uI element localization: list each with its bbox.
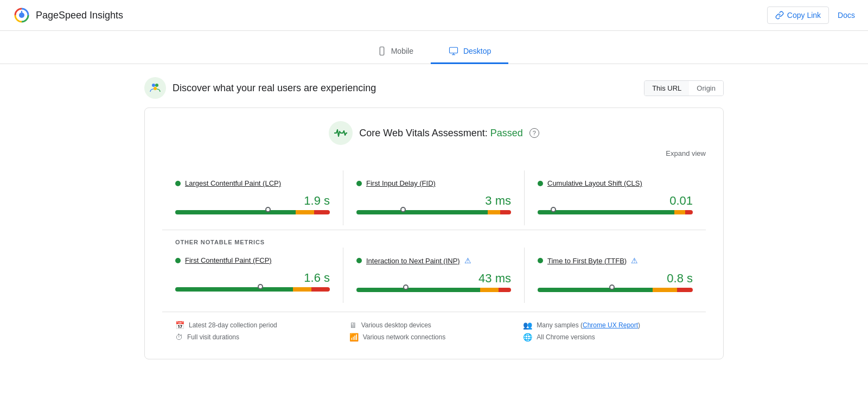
bar-marker-fcp	[258, 284, 263, 289]
mobile-icon	[377, 46, 387, 56]
cwv-info-icon[interactable]: ?	[529, 128, 539, 138]
tab-desktop-label: Desktop	[463, 47, 491, 55]
metric-dot-inp	[356, 258, 362, 263]
metric-cell-cls: Cumulative Layout Shift (CLS) 0.01	[525, 170, 706, 225]
cwv-header: Core Web Vitals Assessment: Passed ?	[162, 121, 706, 145]
footer-network-text: Various network connections	[363, 333, 446, 341]
metric-bar-fcp	[175, 287, 330, 292]
metric-bar-ttfb	[538, 288, 693, 292]
bar-marker-inp	[403, 284, 409, 290]
section-title: Discover what your real users are experi…	[173, 83, 376, 94]
desktop-icon	[448, 46, 459, 56]
metric-bar-wrapper-cls	[538, 210, 693, 214]
svg-point-9	[154, 87, 157, 90]
footer-chrome-text: All Chrome versions	[537, 333, 595, 341]
footer-samples-text: Many samples (Chrome UX Report)	[537, 321, 640, 329]
bar-marker-cls	[551, 207, 556, 212]
metric-bar-wrapper-fid	[356, 210, 511, 214]
footer-item-samples: 👥 Many samples (Chrome UX Report)	[523, 321, 693, 330]
vitals-icon	[333, 128, 348, 138]
metric-value-fid: 3 ms	[356, 194, 511, 208]
link-icon	[775, 11, 784, 20]
other-metrics-label: OTHER NOTABLE METRICS	[162, 239, 706, 245]
footer-col-2: 🖥 Various desktop devices 📶 Various netw…	[349, 321, 519, 341]
pagespeed-logo	[13, 7, 30, 24]
origin-button[interactable]: Origin	[689, 81, 723, 96]
copy-link-button[interactable]: Copy Link	[767, 7, 829, 24]
section-icon	[144, 77, 166, 99]
metric-label-cls: Cumulative Layout Shift (CLS)	[538, 179, 693, 187]
metrics-divider	[162, 230, 706, 230]
tab-mobile[interactable]: Mobile	[360, 40, 431, 64]
header-logo-group: PageSpeed Insights	[13, 7, 123, 24]
footer-col-1: 📅 Latest 28-day collection period ⏱ Full…	[175, 321, 345, 341]
chrome-icon: 🌐	[523, 333, 532, 341]
metric-bar-wrapper-lcp	[175, 210, 330, 214]
metric-dot-fid	[356, 181, 362, 186]
cwv-icon	[329, 121, 353, 145]
cwv-status: Passed	[490, 128, 523, 138]
section-header: Discover what your real users are experi…	[144, 77, 724, 99]
tab-mobile-label: Mobile	[391, 47, 413, 55]
metric-link-inp[interactable]: Interaction to Next Paint (INP)	[366, 257, 460, 265]
tab-navigation: Mobile Desktop	[0, 31, 868, 64]
calendar-icon: 📅	[175, 321, 184, 330]
tab-desktop[interactable]: Desktop	[431, 40, 508, 64]
users-icon	[149, 81, 162, 94]
metric-label-inp: Interaction to Next Paint (INP) ⚠	[356, 256, 511, 265]
url-toggle-group: This URL Origin	[644, 80, 724, 96]
app-header: PageSpeed Insights Copy Link Docs	[0, 0, 868, 31]
cwv-card: Core Web Vitals Assessment: Passed ? Exp…	[144, 107, 724, 359]
bar-marker-lcp	[265, 207, 271, 212]
clock-icon: ⏱	[175, 333, 183, 341]
expand-view[interactable]: Expand view	[162, 149, 706, 157]
metric-link-fcp[interactable]: First Contentful Paint (FCP)	[185, 256, 272, 264]
metric-link-cls[interactable]: Cumulative Layout Shift (CLS)	[547, 179, 642, 187]
chrome-ux-link[interactable]: Chrome UX Report	[583, 321, 638, 329]
bar-marker-fid	[400, 207, 406, 212]
metric-value-cls: 0.01	[538, 194, 693, 208]
footer-item-collection: 📅 Latest 28-day collection period	[175, 321, 345, 330]
metric-cell-fcp: First Contentful Paint (FCP) 1.6 s	[162, 248, 343, 303]
footer-item-chrome: 🌐 All Chrome versions	[523, 333, 693, 341]
svg-rect-4	[449, 47, 457, 53]
metric-bar-inp	[356, 288, 511, 292]
metric-label-fid: First Input Delay (FID)	[356, 179, 511, 187]
metric-dot-ttfb	[538, 258, 543, 263]
app-title: PageSpeed Insights	[36, 10, 123, 21]
metric-cell-lcp: Largest Contentful Paint (LCP) 1.9 s	[162, 170, 343, 225]
metric-bar-wrapper-fcp	[175, 287, 330, 292]
svg-point-1	[19, 12, 24, 18]
metric-value-inp: 43 ms	[356, 271, 511, 286]
metric-bar-fid	[356, 210, 511, 214]
metric-link-fid[interactable]: First Input Delay (FID)	[366, 179, 436, 187]
metric-link-lcp[interactable]: Largest Contentful Paint (LCP)	[185, 179, 281, 187]
monitor-icon: 🖥	[349, 321, 357, 330]
this-url-button[interactable]: This URL	[644, 81, 689, 96]
metric-bar-wrapper-inp	[356, 288, 511, 292]
docs-link[interactable]: Docs	[838, 11, 855, 20]
metric-value-ttfb: 0.8 s	[538, 271, 693, 286]
metric-label-lcp: Largest Contentful Paint (LCP)	[175, 179, 330, 187]
svg-point-8	[155, 84, 158, 87]
footer-col-3: 👥 Many samples (Chrome UX Report) 🌐 All …	[523, 321, 693, 341]
footer-devices-text: Various desktop devices	[361, 321, 431, 329]
footer-info: 📅 Latest 28-day collection period ⏱ Full…	[162, 312, 706, 346]
metric-value-fcp: 1.6 s	[175, 271, 330, 285]
bar-marker-ttfb	[609, 284, 615, 290]
svg-rect-2	[380, 47, 384, 55]
cwv-title: Core Web Vitals Assessment: Passed	[359, 128, 523, 139]
metric-cell-inp: Interaction to Next Paint (INP) ⚠ 43 ms	[343, 248, 525, 303]
footer-item-devices: 🖥 Various desktop devices	[349, 321, 519, 330]
experimental-icon: ⚠	[631, 256, 638, 265]
people-icon: 👥	[523, 321, 532, 330]
metric-cell-fid: First Input Delay (FID) 3 ms	[343, 170, 525, 225]
footer-duration-text: Full visit durations	[187, 333, 239, 341]
metric-link-ttfb[interactable]: Time to First Byte (TTFB)	[547, 257, 627, 265]
metric-dot-cls	[538, 181, 543, 186]
metric-value-lcp: 1.9 s	[175, 194, 330, 208]
main-content: Discover what your real users are experi…	[136, 64, 732, 372]
footer-collection-text: Latest 28-day collection period	[189, 321, 277, 329]
other-metrics-grid: First Contentful Paint (FCP) 1.6 s Inter…	[162, 248, 706, 303]
footer-item-duration: ⏱ Full visit durations	[175, 333, 345, 341]
